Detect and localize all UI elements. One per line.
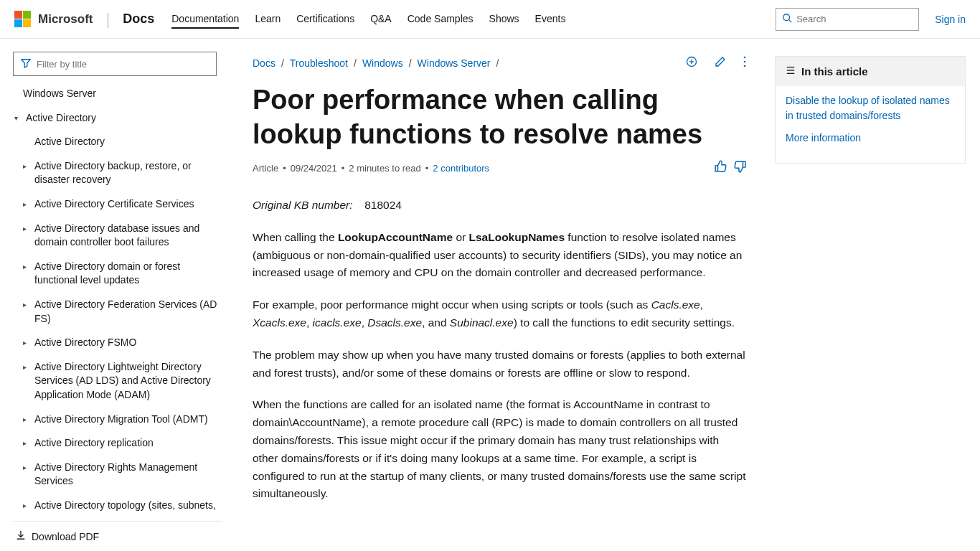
chevron-right-icon: ▸ [23, 338, 33, 348]
article-main: Docs/ Troubleshoot/ Windows/ Windows Ser… [222, 39, 772, 551]
chevron-right-icon: ▸ [23, 262, 33, 272]
filter-icon [21, 58, 31, 70]
chevron-right-icon: ▸ [23, 501, 33, 511]
contributors-link[interactable]: 2 contributors [433, 163, 489, 174]
brand-label: Microsoft [38, 12, 93, 27]
svg-point-6 [744, 61, 746, 63]
filter-box[interactable] [13, 52, 217, 76]
tree-item[interactable]: ▸Active Directory topology (sites, subne… [13, 494, 220, 518]
paragraph: For example, poor performance might occu… [253, 296, 746, 332]
tree-item[interactable]: Active Directory [13, 130, 220, 154]
nav-certifications[interactable]: Certifications [296, 10, 354, 29]
article-body: Original KB number: 818024 When calling … [253, 197, 746, 503]
chevron-right-icon: ▸ [23, 199, 33, 209]
tree-item[interactable]: ▸Active Directory Migration Tool (ADMT) [13, 408, 220, 432]
tree-item[interactable]: ▸Active Directory database issues and do… [13, 217, 220, 255]
toc-heading: In this article [776, 57, 965, 86]
tree-section[interactable]: ▾Active Directory [13, 106, 220, 131]
svg-point-5 [744, 57, 746, 59]
kb-number-line: Original KB number: 818024 [253, 197, 746, 215]
tree-item[interactable]: ▸Active Directory Rights Management Serv… [13, 456, 220, 494]
microsoft-logo[interactable]: Microsoft [14, 11, 93, 27]
left-sidebar: Windows Server ▾Active Directory Active … [0, 39, 222, 551]
breadcrumb-link[interactable]: Windows Server [418, 57, 491, 69]
chevron-right-icon: ▸ [23, 300, 33, 310]
nav-learn[interactable]: Learn [255, 10, 281, 29]
article-actions [686, 56, 746, 70]
filter-input[interactable] [37, 59, 209, 70]
download-pdf-button[interactable]: Download PDF [13, 521, 222, 551]
tree-item[interactable]: ▸Active Directory backup, restore, or di… [13, 154, 220, 192]
chevron-right-icon: ▸ [23, 224, 33, 234]
chevron-right-icon: ▸ [23, 415, 33, 425]
nav-shows[interactable]: Shows [489, 10, 519, 29]
thumbs-up-icon[interactable] [715, 160, 727, 176]
sign-in-link[interactable]: Sign in [935, 14, 966, 25]
tree-item[interactable]: ▸Active Directory Federation Services (A… [13, 293, 220, 331]
article-meta: Article• 09/24/2021• 2 minutes to read• … [253, 163, 489, 174]
tree-item[interactable]: ▸Active Directory domain or forest funct… [13, 255, 220, 293]
search-input[interactable] [796, 14, 917, 24]
tree-item[interactable]: ▸Active Directory replication [13, 431, 220, 456]
right-sidebar: In this article Disable the lookup of is… [772, 39, 980, 551]
chevron-right-icon: ▸ [23, 161, 33, 171]
chevron-right-icon: ▸ [23, 438, 33, 448]
nav-events[interactable]: Events [535, 10, 566, 29]
svg-point-0 [783, 14, 790, 21]
thumbs-down-icon[interactable] [733, 160, 746, 176]
chevron-right-icon: ▸ [23, 362, 33, 372]
toc-link[interactable]: Disable the lookup of isolated names in … [786, 93, 955, 123]
more-icon[interactable] [743, 56, 746, 70]
tree-item[interactable]: ▸Active Directory Lightweight Directory … [13, 355, 220, 408]
nav-qa[interactable]: Q&A [370, 10, 392, 29]
add-collection-icon[interactable] [686, 56, 697, 70]
global-search[interactable] [776, 8, 919, 31]
breadcrumb: Docs/ Troubleshoot/ Windows/ Windows Ser… [253, 57, 499, 69]
in-this-article: In this article Disable the lookup of is… [775, 56, 966, 164]
list-icon [786, 65, 796, 77]
chevron-down-icon: ▾ [14, 113, 24, 123]
global-header: Microsoft | Docs Documentation Learn Cer… [0, 0, 980, 39]
separator: | [106, 10, 110, 29]
tree-root[interactable]: Windows Server [13, 82, 220, 106]
breadcrumb-link[interactable]: Windows [362, 57, 403, 69]
search-icon [782, 13, 792, 25]
docs-home-link[interactable]: Docs [123, 11, 154, 27]
feedback-buttons [715, 160, 746, 176]
microsoft-logo-icon [14, 11, 31, 27]
toc-link[interactable]: More information [786, 131, 955, 146]
paragraph: When calling the LookupAccountName or Ls… [253, 229, 746, 282]
paragraph: The problem may show up when you have ma… [253, 347, 746, 382]
paragraph: When the functions are called for an iso… [253, 396, 746, 503]
tree-item[interactable]: ▸Active Directory Certificate Services [13, 192, 220, 217]
download-icon [16, 530, 26, 542]
nav-documentation[interactable]: Documentation [171, 10, 239, 29]
page-title: Poor performance when calling lookup fun… [253, 83, 746, 151]
edit-icon[interactable] [715, 56, 726, 70]
svg-line-1 [789, 20, 792, 23]
toc-tree: Windows Server ▾Active Directory Active … [13, 82, 222, 521]
tree-item[interactable]: ▸Active Directory FSMO [13, 331, 220, 355]
breadcrumb-link[interactable]: Docs [253, 57, 275, 69]
nav-code-samples[interactable]: Code Samples [407, 10, 473, 29]
chevron-right-icon: ▸ [23, 463, 33, 473]
svg-point-7 [744, 65, 746, 67]
breadcrumb-link[interactable]: Troubleshoot [290, 57, 348, 69]
top-nav: Documentation Learn Certifications Q&A C… [171, 10, 565, 29]
